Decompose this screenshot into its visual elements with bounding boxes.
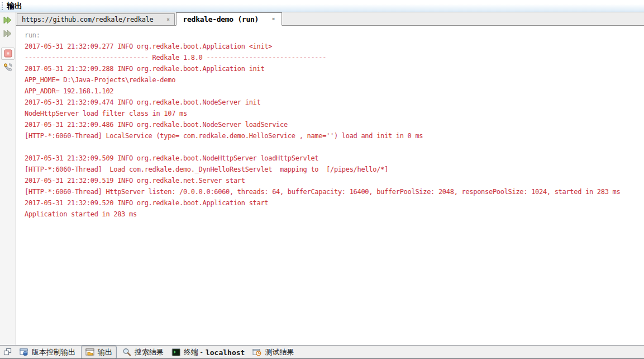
- console-line: 2017-05-31 21:32:09.520 INFO org.redkale…: [25, 197, 644, 209]
- tab-github-redkale[interactable]: https://github.com/redkale/redkale ✖: [17, 13, 175, 25]
- bottom-tab-output[interactable]: 输出: [81, 346, 117, 359]
- bottom-tab-label: 版本控制输出: [32, 347, 75, 357]
- bottom-tab-version-control-output[interactable]: 版本控制输出: [17, 346, 78, 358]
- version-control-output-icon: [20, 348, 29, 357]
- rerun-button[interactable]: [1, 14, 15, 26]
- bottom-tab-test-results[interactable]: 测试结果: [250, 346, 296, 358]
- bottom-tab-label: 终端 -: [184, 347, 203, 357]
- rerun-icon: [3, 16, 13, 25]
- tab-label: redkale-demo (run): [183, 15, 259, 23]
- float-window-button[interactable]: [2, 347, 14, 358]
- console-line: -------------------------------- Redkale…: [25, 52, 644, 63]
- console-line: 2017-05-31 21:32:09.519 INFO org.redkale…: [25, 175, 644, 186]
- tab-label: https://github.com/redkale/redkale: [22, 16, 153, 23]
- console-line: Application started in 283 ms: [25, 209, 644, 220]
- console-line: 2017-05-31 21:32:09.509 INFO org.redkale…: [25, 153, 644, 164]
- console-line: [25, 141, 644, 153]
- stop-icon: [3, 49, 13, 58]
- tab-redkale-demo-run[interactable]: redkale-demo (run) ✖: [176, 12, 283, 26]
- terminal-icon: [171, 348, 181, 357]
- close-icon[interactable]: ✖: [159, 17, 169, 22]
- rerun-secondary-icon: [3, 29, 13, 38]
- bottom-window-bar: 版本控制输出 输出 搜索结果: [0, 345, 644, 359]
- stop-button[interactable]: [1, 48, 15, 60]
- console-line: 2017-05-31 21:32:09.486 INFO org.redkale…: [25, 119, 644, 130]
- build-settings-button[interactable]: [1, 61, 15, 73]
- console-line: [HTTP-*:6060-Thread] LocalService (type=…: [25, 130, 644, 141]
- console-line: 2017-05-31 21:32:09.474 INFO org.redkale…: [25, 97, 644, 108]
- console-line: APP_ADDR= 192.168.1.102: [25, 86, 644, 97]
- terminal-host-label: localhost: [206, 348, 245, 357]
- build-settings-icon: [3, 63, 13, 72]
- bottom-tab-label: 测试结果: [265, 347, 294, 357]
- test-results-icon: [252, 348, 262, 357]
- bottom-tab-label: 搜索结果: [135, 347, 164, 357]
- console-line: APP_HOME= D:\Java-Projects\redkale-demo: [25, 74, 644, 86]
- console-line: [HTTP-*:6060-Thread] HttpServer listen: …: [25, 186, 644, 197]
- console-line: run:: [25, 30, 644, 41]
- console-line: 2017-05-31 21:32:09.277 INFO org.redkale…: [25, 41, 644, 52]
- output-tabstrip: https://github.com/redkale/redkale ✖ red…: [16, 12, 644, 26]
- bottom-tab-search-results[interactable]: 搜索结果: [120, 346, 166, 358]
- console-line: 2017-05-31 21:32:09.288 INFO org.redkale…: [25, 63, 644, 74]
- panel-title: 输出: [7, 1, 22, 11]
- output-window: 输出: [0, 0, 644, 359]
- output-window-icon: [85, 348, 95, 357]
- close-icon[interactable]: ✖: [264, 16, 275, 22]
- console-output[interactable]: run:2017-05-31 21:32:09.277 INFO org.red…: [16, 26, 644, 345]
- console-line: NodeHttpServer load filter class in 107 …: [25, 108, 644, 119]
- output-titlebar: 输出: [0, 0, 644, 12]
- float-window-icon: [3, 348, 13, 357]
- bottom-tab-terminal[interactable]: 终端 - localhost: [169, 346, 247, 358]
- search-results-icon: [122, 348, 132, 357]
- rerun-with-options-button[interactable]: [1, 27, 15, 40]
- bottom-tab-label: 输出: [98, 347, 112, 357]
- console-line: [HTTP-*:6060-Thread] Load com.redkale.de…: [25, 164, 644, 175]
- output-left-toolbar: [0, 12, 16, 345]
- drag-grip[interactable]: [2, 2, 3, 10]
